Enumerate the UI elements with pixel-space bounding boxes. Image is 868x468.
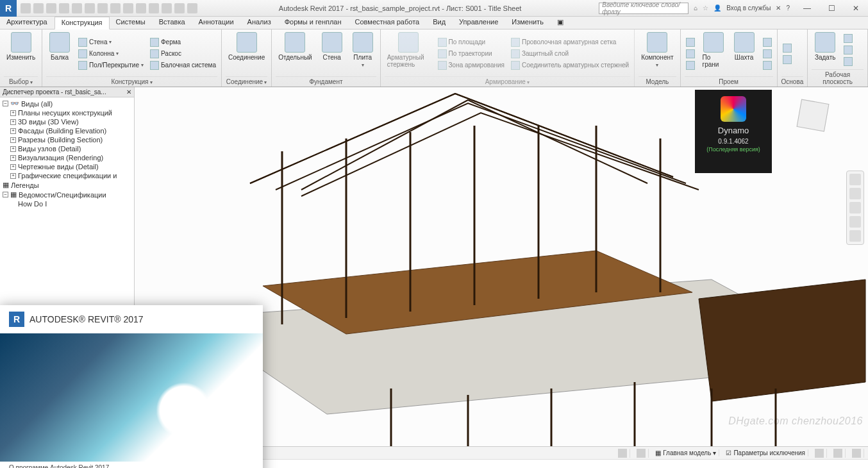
- expand-icon[interactable]: +: [10, 155, 16, 161]
- tree-3d-views[interactable]: +3D виды (3D View): [0, 117, 134, 126]
- opening-wall-button[interactable]: [762, 37, 773, 47]
- filter-icon[interactable]: [812, 449, 827, 458]
- exclusion-params-checkbox[interactable]: ☑ Параметры исключения: [723, 449, 808, 456]
- tree-elevations[interactable]: +Фасады (Building Elevation): [0, 126, 134, 135]
- tab-insert[interactable]: Вставка: [153, 17, 192, 29]
- pan-icon[interactable]: [849, 188, 861, 199]
- browser-header[interactable]: Диспетчер проекта - rst_basic_sa...✕: [0, 87, 134, 97]
- tab-collaborate[interactable]: Совместная работа: [349, 17, 427, 29]
- tab-modify[interactable]: Изменить: [505, 17, 551, 29]
- maximize-button[interactable]: ☐: [819, 0, 844, 17]
- tree-legends[interactable]: ▦ Легенды: [0, 180, 134, 190]
- panel-connection-label[interactable]: Соединение: [226, 76, 267, 87]
- search-input[interactable]: Введите ключевое слово/фразу: [599, 3, 689, 14]
- browser-close-icon[interactable]: ✕: [126, 88, 131, 96]
- opening-extra2-button[interactable]: [685, 49, 696, 59]
- opening-vertical-button[interactable]: [762, 49, 773, 59]
- signin-label[interactable]: Вход в службы: [726, 4, 771, 12]
- beam-button[interactable]: Балка: [46, 31, 73, 76]
- tab-addins-icon[interactable]: ▣: [551, 17, 571, 29]
- select-pinned-icon[interactable]: [634, 449, 649, 458]
- tree-drafting-views[interactable]: +Чертежные виды (Detail): [0, 162, 134, 171]
- app-logo-icon[interactable]: R: [0, 0, 17, 17]
- by-face-button[interactable]: По грани: [700, 31, 727, 76]
- viewer-button[interactable]: [842, 56, 854, 67]
- qat-align-icon[interactable]: [97, 3, 108, 13]
- refplane-button[interactable]: [842, 45, 854, 55]
- beam-system-button[interactable]: Балочная система: [149, 60, 217, 71]
- zoom-icon[interactable]: [849, 202, 861, 213]
- qat-measure-icon[interactable]: [85, 3, 95, 13]
- opening-dormer-button[interactable]: [762, 60, 773, 71]
- expand-icon[interactable]: +: [10, 164, 16, 170]
- tree-sections[interactable]: +Разрезы (Building Section): [0, 135, 134, 144]
- qat-print-icon[interactable]: [72, 3, 82, 13]
- level-button[interactable]: [781, 43, 793, 53]
- main-model-dropdown[interactable]: ▦ Главная модель ▾: [653, 449, 719, 456]
- tree-detail-views[interactable]: +Виды узлов (Detail): [0, 144, 134, 153]
- opening-extra1-button[interactable]: [685, 37, 696, 47]
- tree-schedules[interactable]: −▦ Ведомости/Спецификации: [0, 190, 134, 199]
- tree-howdoi[interactable]: How Do I: [0, 199, 134, 208]
- qat-open-icon[interactable]: [21, 3, 31, 13]
- close-button[interactable]: ✕: [844, 0, 868, 17]
- grid-button[interactable]: [781, 54, 793, 65]
- tab-architecture[interactable]: Архитектура: [0, 17, 54, 29]
- isolated-button[interactable]: Отдельный: [276, 31, 314, 76]
- exchange-icon[interactable]: ✕: [776, 4, 781, 12]
- expand-icon[interactable]: +: [10, 173, 16, 179]
- component-button[interactable]: Компонент: [638, 31, 676, 76]
- expand-icon[interactable]: +: [10, 110, 16, 116]
- steering-wheel-icon[interactable]: [849, 174, 861, 185]
- qat-undo-icon[interactable]: [46, 3, 56, 13]
- collapse-icon[interactable]: −: [3, 101, 8, 106]
- tab-view[interactable]: Вид: [426, 17, 453, 29]
- panel-reinforcement-label[interactable]: Армирование: [385, 76, 630, 87]
- tab-systems[interactable]: Системы: [110, 17, 153, 29]
- qat-3d-icon[interactable]: [149, 3, 159, 13]
- tree-renderings[interactable]: +Визуализация (Rendering): [0, 153, 134, 162]
- modify-button[interactable]: Изменить: [4, 31, 38, 76]
- tree-root-views[interactable]: −👓 Виды (all): [0, 99, 134, 108]
- infocenter-icon[interactable]: ⌂: [694, 4, 697, 12]
- truss-button[interactable]: Ферма: [149, 37, 217, 47]
- drag-icon[interactable]: [849, 449, 864, 458]
- expand-icon[interactable]: +: [10, 128, 16, 134]
- select-links-icon[interactable]: [615, 449, 630, 458]
- tab-annotate[interactable]: Аннотации: [192, 17, 241, 29]
- qat-redo-icon[interactable]: [59, 3, 69, 13]
- slab-button[interactable]: Плита: [349, 31, 376, 76]
- tab-structure[interactable]: Конструкция: [54, 17, 110, 29]
- minimize-button[interactable]: —: [795, 0, 819, 17]
- qat-sync-icon[interactable]: [174, 3, 185, 13]
- tab-manage[interactable]: Управление: [453, 17, 505, 29]
- cube-icon[interactable]: [797, 99, 830, 132]
- expand-icon[interactable]: +: [10, 119, 16, 125]
- wall-foundation-button[interactable]: Стена: [319, 31, 346, 76]
- panel-select-label[interactable]: Выбор: [4, 76, 38, 87]
- tree-graphic-specs[interactable]: +Графические спецификации и: [0, 171, 134, 180]
- panel-structure-label[interactable]: Конструкция: [46, 76, 217, 87]
- lookat-icon[interactable]: [849, 230, 861, 242]
- qat-section-icon[interactable]: [162, 3, 172, 13]
- collapse-icon[interactable]: −: [3, 192, 8, 197]
- qat-more-icon[interactable]: [187, 3, 197, 13]
- tab-massing[interactable]: Формы и генплан: [278, 17, 349, 29]
- connection-button[interactable]: Соединение: [226, 31, 267, 76]
- shaft-button[interactable]: Шахта: [731, 31, 758, 76]
- qat-save-icon[interactable]: [33, 3, 44, 13]
- set-button[interactable]: Задать: [812, 31, 839, 69]
- column-button[interactable]: Колонна: [77, 49, 145, 59]
- opening-extra3-button[interactable]: [685, 60, 696, 71]
- tree-structural-plans[interactable]: +Планы несущих конструкций: [0, 108, 134, 117]
- tab-analyze[interactable]: Анализ: [241, 17, 278, 29]
- orbit-icon[interactable]: [849, 216, 861, 228]
- brace-button[interactable]: Раскос: [149, 49, 217, 59]
- signin-icon[interactable]: 👤: [714, 4, 721, 12]
- qat-dimension-icon[interactable]: [110, 3, 121, 13]
- expand-icon[interactable]: +: [10, 146, 16, 152]
- qat-text-icon[interactable]: [136, 3, 146, 13]
- show-button[interactable]: [842, 33, 854, 44]
- qat-tag-icon[interactable]: [123, 3, 133, 13]
- dynamo-panel[interactable]: Dynamo 0.9.1.4062 (Последняя версия): [695, 90, 772, 173]
